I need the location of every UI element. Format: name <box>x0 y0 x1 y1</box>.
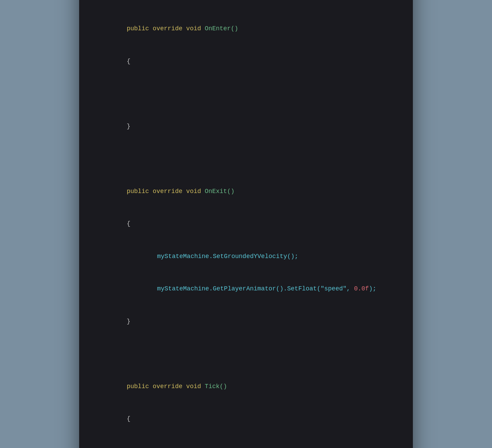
code-line-15: myStateMachine.GetPlayerAnimator().SetFl… <box>96 284 396 295</box>
code-line-7: public override void OnEnter() <box>96 23 396 34</box>
kw-override3: override <box>153 383 182 390</box>
code-line-20: myStateMachine.LookAround(); <box>96 446 396 448</box>
call-setfloat: myStateMachine.GetPlayerAnimator().SetFl… <box>157 285 354 292</box>
code-line-8: { <box>96 56 396 67</box>
kw-public3: public <box>127 188 149 195</box>
val-zero: 0.0f <box>354 285 369 292</box>
code-window: public class PlayerRunningState : State … <box>79 0 413 448</box>
kw-void3: void <box>186 383 201 390</box>
kw-public4: public <box>127 383 149 390</box>
kw-override: override <box>153 25 182 32</box>
kw-void2: void <box>186 188 201 195</box>
code-line-9-blank <box>96 88 396 99</box>
kw-override2: override <box>153 188 182 195</box>
code-line-12: public override void OnExit() <box>96 186 396 197</box>
code-line-14: myStateMachine.SetGroundedYVelocity(); <box>96 251 396 262</box>
call-setfloat-end: ); <box>369 285 376 292</box>
kw-public2: public <box>127 25 149 32</box>
kw-void: void <box>186 25 201 32</box>
code-line-19: { <box>96 414 396 425</box>
method-onexit: OnExit() <box>205 188 234 195</box>
code-line-16: } <box>96 316 396 327</box>
code-line-13: { <box>96 218 396 230</box>
method-onenter: OnEnter() <box>205 25 238 32</box>
code-line-6-blank <box>96 0 396 2</box>
code-editor: public class PlayerRunningState : State … <box>96 0 396 448</box>
code-line-17-blank <box>96 349 396 360</box>
code-line-18: public override void Tick() <box>96 381 396 392</box>
method-tick: Tick() <box>205 383 227 390</box>
call-setgrounded: myStateMachine.SetGroundedYVelocity(); <box>157 253 298 260</box>
code-line-11-blank <box>96 153 396 164</box>
code-line-10: } <box>96 121 396 132</box>
